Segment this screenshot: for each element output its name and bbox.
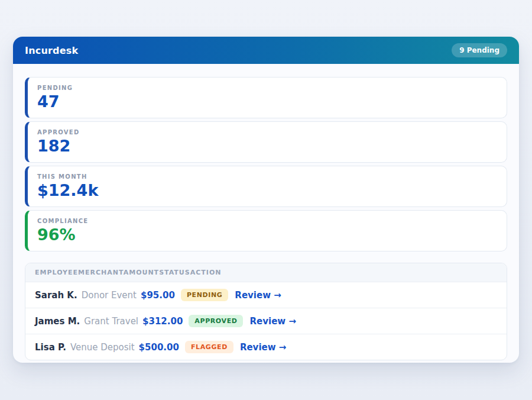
column-header-action: ACTION [190, 269, 222, 276]
stat-value: 47 [37, 92, 497, 111]
stat-label: PENDING [37, 85, 497, 91]
status-badge: PENDING [181, 289, 228, 301]
merchant-name: Donor Event [82, 290, 137, 301]
column-header-status: STATUS [159, 269, 190, 276]
stat-card-pending: PENDING 47 [25, 77, 507, 118]
app-title: Incurdesk [25, 45, 78, 56]
stat-value: $12.4k [37, 181, 497, 200]
review-link[interactable]: Review → [249, 316, 296, 327]
dashboard-content: PENDING 47 APPROVED 182 THIS MONTH $12.4… [13, 64, 519, 372]
employee-name: Lisa P. [35, 342, 66, 353]
stat-card-compliance: COMPLIANCE 96% [25, 210, 507, 251]
stat-card-approved: APPROVED 182 [25, 121, 507, 163]
expense-amount: $95.00 [141, 290, 175, 301]
stat-label: COMPLIANCE [37, 218, 497, 224]
app-header-bar: Incurdesk 9 Pending [13, 37, 519, 64]
table-row: James M. Grant Travel $312.00 APPROVED R… [25, 308, 507, 334]
merchant-name: Grant Travel [84, 316, 138, 327]
column-header-merchant: MERCHANT [78, 269, 124, 276]
incurdesk-app-card: Incurdesk 9 Pending PENDING 47 APPROVED … [13, 37, 519, 363]
employee-name: Sarah K. [35, 290, 77, 301]
merchant-name: Venue Deposit [70, 342, 135, 353]
stat-label: APPROVED [37, 129, 497, 136]
expenses-table: EMPLOYEEMERCHANTAMOUNTSTATUSACTION Sarah… [25, 263, 507, 360]
expense-amount: $312.00 [142, 316, 183, 327]
table-row: Sarah K. Donor Event $95.00 PENDING Revi… [25, 282, 507, 308]
stat-value: 96% [37, 225, 497, 244]
pending-count-badge: 9 Pending [452, 43, 507, 57]
column-header-employee: EMPLOYEE [35, 269, 78, 276]
stat-value: 182 [37, 137, 497, 156]
status-badge: FLAGGED [185, 341, 233, 353]
review-link[interactable]: Review → [240, 342, 286, 353]
table-header-row: EMPLOYEEMERCHANTAMOUNTSTATUSACTION [25, 263, 507, 282]
column-header-amount: AMOUNT [124, 269, 159, 276]
status-badge: APPROVED [189, 315, 243, 327]
review-link[interactable]: Review → [235, 290, 281, 301]
stat-card-this-month: THIS MONTH $12.4k [25, 166, 507, 207]
stat-label: THIS MONTH [37, 173, 497, 180]
employee-name: James M. [35, 316, 80, 327]
expense-amount: $500.00 [139, 342, 179, 353]
table-row: Lisa P. Venue Deposit $500.00 FLAGGED Re… [25, 334, 507, 360]
